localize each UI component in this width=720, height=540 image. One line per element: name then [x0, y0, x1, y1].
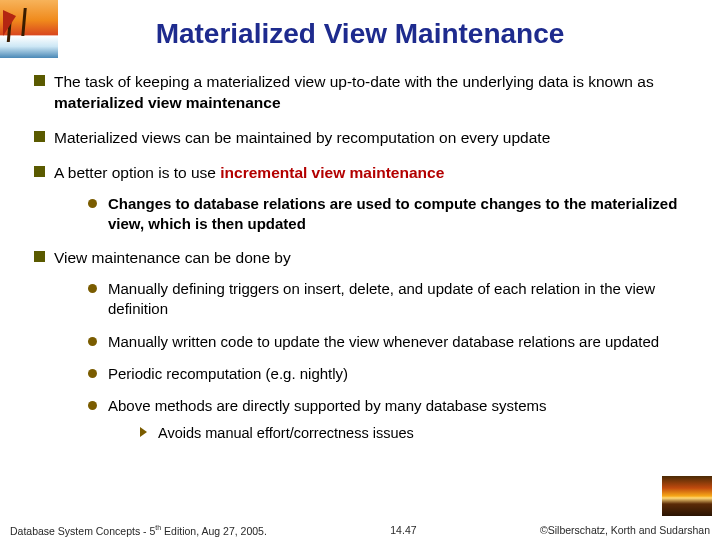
bullet-4-sub-4-tri-1-text: Avoids manual effort/correctness issues — [158, 425, 414, 441]
bullet-3-term: incremental view maintenance — [220, 164, 444, 181]
slide-number: 14.47 — [390, 524, 416, 536]
bullet-4-sub-3-text: Periodic recomputation (e.g. nightly) — [108, 365, 348, 382]
footer-copyright: ©Silberschatz, Korth and Sudarshan — [540, 524, 710, 536]
bullet-3-sublist: Changes to database relations are used t… — [54, 194, 692, 235]
bullet-list: The task of keeping a materialized view … — [28, 72, 692, 444]
slide-footer: Database System Concepts - 5th Edition, … — [0, 524, 720, 537]
bullet-4-sub-1-text: Manually defining triggers on insert, de… — [108, 280, 655, 317]
bullet-2-text: Materialized views can be maintained by … — [54, 129, 550, 146]
bullet-3-sub-1: Changes to database relations are used t… — [84, 194, 692, 235]
bullet-4-sub-2-text: Manually written code to update the view… — [108, 333, 659, 350]
bullet-1-text-a: The task of keeping a materialized view … — [54, 73, 654, 90]
bullet-3: A better option is to use incremental vi… — [28, 163, 692, 234]
slide-body: Materialized View Maintenance The task o… — [0, 0, 720, 540]
bullet-3-sub-1-text: Changes to database relations are used t… — [108, 195, 677, 232]
bullet-4-sub-4-text: Above methods are directly supported by … — [108, 397, 547, 414]
bullet-4-sub-1: Manually defining triggers on insert, de… — [84, 279, 692, 320]
slide-title: Materialized View Maintenance — [28, 18, 692, 50]
bullet-4-sub-2: Manually written code to update the view… — [84, 332, 692, 352]
bullet-4-sub-4: Above methods are directly supported by … — [84, 396, 692, 444]
footer-left-a: Database System Concepts - 5 — [10, 524, 155, 536]
footer-left: Database System Concepts - 5th Edition, … — [10, 524, 267, 537]
bullet-4-sublist: Manually defining triggers on insert, de… — [54, 279, 692, 444]
sailboat-logo-icon — [0, 0, 58, 58]
bullet-4: View maintenance can be done by Manually… — [28, 248, 692, 444]
bullet-4-sub-3: Periodic recomputation (e.g. nightly) — [84, 364, 692, 384]
bullet-1: The task of keeping a materialized view … — [28, 72, 692, 114]
bullet-4-sub-4-tri-1: Avoids manual effort/correctness issues — [138, 424, 692, 444]
bullet-3-text-a: A better option is to use — [54, 164, 220, 181]
bullet-2: Materialized views can be maintained by … — [28, 128, 692, 149]
footer-left-b: Edition, Aug 27, 2005. — [161, 524, 267, 536]
bullet-4-sub-4-sublist: Avoids manual effort/correctness issues — [108, 424, 692, 444]
bullet-1-term: materialized view maintenance — [54, 94, 281, 111]
sunset-logo-icon — [662, 476, 712, 516]
bullet-4-text: View maintenance can be done by — [54, 249, 291, 266]
